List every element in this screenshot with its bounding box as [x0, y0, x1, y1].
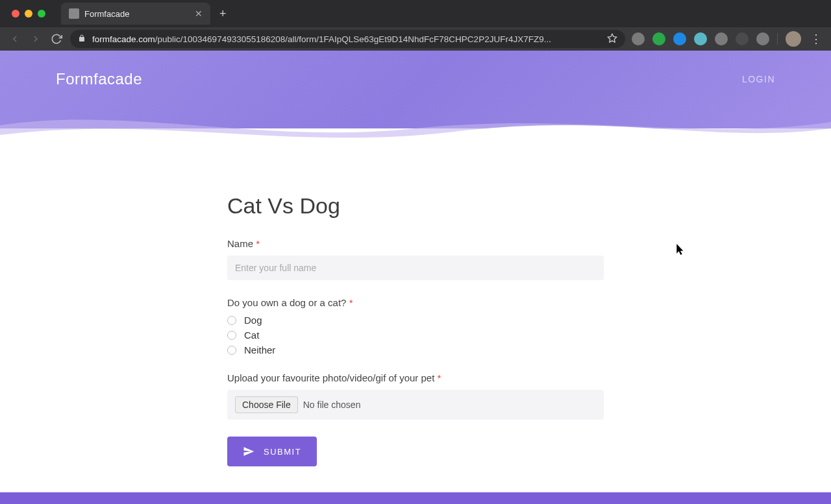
tab-favicon [69, 8, 79, 19]
upload-label-text: Upload your favourite photo/video/gif of… [227, 372, 434, 383]
extension-icon[interactable] [736, 32, 749, 45]
radio-option-dog[interactable]: Dog [227, 315, 604, 326]
bookmark-icon[interactable] [607, 33, 617, 45]
extension-icon[interactable] [756, 32, 769, 45]
radio-label: Neither [244, 344, 275, 355]
send-icon [243, 446, 254, 457]
required-indicator: * [349, 297, 353, 308]
radio-option-cat[interactable]: Cat [227, 330, 604, 341]
form-title: Cat Vs Dog [227, 193, 604, 219]
login-link[interactable]: LOGIN [742, 74, 775, 84]
radio-icon [227, 316, 236, 325]
name-input[interactable] [227, 256, 604, 280]
svg-marker-0 [608, 34, 616, 42]
file-status-text: No file chosen [303, 400, 361, 410]
toolbar: formfacade.com/public/100346974933055186… [0, 27, 831, 51]
url-path: /public/100346974933055186208/all/form/1… [155, 34, 551, 44]
extensions-area: ⋮ [632, 31, 823, 47]
minimize-window-button[interactable] [25, 10, 32, 18]
pet-radio-group: Dog Cat Neither [227, 315, 604, 355]
close-tab-icon[interactable]: ✕ [195, 8, 203, 19]
site-header: Formfacade LOGIN [0, 51, 831, 88]
pet-question-label: Do you own a dog or a cat? * [227, 297, 604, 308]
extension-icon[interactable] [652, 32, 665, 45]
extension-icon[interactable] [715, 32, 728, 45]
new-tab-button[interactable]: + [219, 7, 227, 21]
pet-question-group: Do you own a dog or a cat? * Dog Cat Nei… [227, 297, 604, 355]
required-indicator: * [256, 238, 260, 249]
radio-icon [227, 331, 236, 340]
back-button[interactable] [8, 32, 22, 46]
name-field-group: Name * [227, 238, 604, 280]
divider [777, 33, 778, 45]
page-content: Formfacade LOGIN Cat Vs Dog Name * Do yo… [0, 51, 831, 504]
mouse-cursor [676, 244, 686, 258]
brand-logo[interactable]: Formfacade [56, 70, 142, 88]
submit-label: SUBMIT [264, 447, 301, 457]
form-container: Cat Vs Dog Name * Do you own a dog or a … [227, 193, 604, 492]
browser-menu-icon[interactable]: ⋮ [809, 32, 823, 46]
footer-bar [0, 492, 831, 504]
submit-button[interactable]: SUBMIT [227, 437, 317, 466]
reload-button[interactable] [49, 32, 64, 46]
tab-bar: Formfacade ✕ + [0, 0, 831, 27]
required-indicator: * [438, 372, 441, 383]
file-input-container[interactable]: Choose File No file chosen [227, 390, 604, 420]
window-controls [6, 10, 51, 18]
url-host: formfacade.com [92, 34, 155, 44]
radio-label: Dog [244, 315, 262, 326]
upload-label: Upload your favourite photo/video/gif of… [227, 372, 604, 383]
name-label-text: Name [227, 238, 253, 249]
wave-decoration [0, 99, 831, 158]
radio-label: Cat [244, 330, 259, 341]
extension-icon[interactable] [673, 32, 686, 45]
url-text: formfacade.com/public/100346974933055186… [92, 34, 601, 44]
browser-tab[interactable]: Formfacade ✕ [61, 3, 210, 25]
maximize-window-button[interactable] [38, 10, 45, 18]
name-label: Name * [227, 238, 604, 249]
tab-title: Formfacade [84, 9, 190, 19]
browser-chrome: Formfacade ✕ + formfacade.com/public/100… [0, 0, 831, 51]
forward-button[interactable] [29, 32, 43, 46]
choose-file-button[interactable]: Choose File [235, 396, 298, 413]
hero-banner: Formfacade LOGIN [0, 51, 831, 128]
radio-icon [227, 346, 236, 355]
extension-icon[interactable] [632, 32, 645, 45]
address-bar[interactable]: formfacade.com/public/100346974933055186… [70, 30, 625, 48]
pet-question-text: Do you own a dog or a cat? [227, 297, 346, 308]
close-window-button[interactable] [12, 10, 19, 18]
radio-option-neither[interactable]: Neither [227, 344, 604, 355]
upload-field-group: Upload your favourite photo/video/gif of… [227, 372, 604, 420]
lock-icon [78, 34, 86, 44]
profile-avatar[interactable] [786, 31, 801, 47]
extension-icon[interactable] [694, 32, 707, 45]
